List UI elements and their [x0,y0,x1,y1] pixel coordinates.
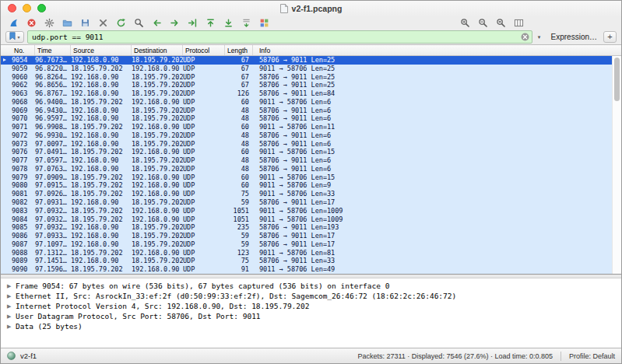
cell-protocol: UDP [183,240,225,249]
packet-row[interactable]: 908397.0932…18.195.79.202192.168.0.90UDP… [1,207,621,215]
cell-time: 97.0597… [35,156,71,165]
zoom-in-icon[interactable] [459,17,473,30]
capture-options-icon[interactable] [43,17,57,30]
start-capture-icon[interactable] [7,17,21,30]
cell-length: 60 [225,181,253,190]
packet-row[interactable]: 905996.8220…18.195.79.202192.168.0.90UDP… [1,65,621,73]
cell-time: 97.0932… [35,223,71,232]
column-header-source[interactable]: Source [71,45,132,55]
go-forward-icon[interactable] [168,17,182,30]
disclosure-triangle-icon[interactable]: ▶ [7,283,16,289]
cell-destination: 18.195.79.202 [132,240,183,249]
profile-label[interactable]: Profile: Default [569,352,615,360]
cell-length: 91 [225,265,253,274]
cell-info: 9011 → 58706 Len=15 [253,148,621,156]
minimize-button[interactable] [23,4,31,12]
detail-row[interactable]: ▶Internet Protocol Version 4, Src: 192.1… [1,301,621,311]
packet-row[interactable]: 907797.0597…192.168.0.9018.195.79.202UDP… [1,156,621,165]
detail-row[interactable]: ▶User Datagram Protocol, Src Port: 58706… [1,311,621,321]
packet-row[interactable]: 907096.9597…192.168.0.9018.195.79.202UDP… [1,114,621,123]
close-button[interactable] [8,4,16,12]
auto-scroll-icon[interactable] [240,17,254,30]
cell-destination: 192.168.0.90 [132,190,183,198]
disclosure-triangle-icon[interactable]: ▶ [7,324,16,330]
zoom-out-icon[interactable] [476,17,490,30]
disclosure-triangle-icon[interactable]: ▶ [7,293,16,299]
packet-row[interactable]: 908997.1451…192.168.0.9018.195.79.202UDP… [1,257,621,265]
cell-no: 9087 [12,240,35,249]
packet-row[interactable]: 906296.8656…192.168.0.9018.195.79.202UDP… [1,81,621,89]
packet-row[interactable]: 907296.9930…192.168.0.9018.195.79.202UDP… [1,131,621,140]
close-file-icon[interactable] [97,17,111,30]
cell-source: 18.195.79.202 [71,215,132,224]
cell-destination: 18.195.79.202 [132,156,183,165]
cell-length: 48 [225,114,253,123]
expression-button[interactable]: Expression… [551,33,597,41]
detail-row[interactable]: ▶Data (25 bytes) [1,321,621,331]
cell-no: 9083 [12,207,35,215]
disclosure-triangle-icon[interactable]: ▶ [7,313,16,320]
go-last-icon[interactable] [222,17,236,30]
zoom-normal-icon[interactable] [494,17,508,30]
cell-time: 96.7673… [35,56,71,65]
packet-row[interactable]: 907697.0491…18.195.79.202192.168.0.90UDP… [1,148,621,156]
packet-row[interactable]: 906396.8767…192.168.0.9018.195.79.202UDP… [1,89,621,98]
packet-row[interactable]: 907397.0097…192.168.0.9018.195.79.202UDP… [1,140,621,149]
cell-length: 75 [225,257,253,265]
vertical-scrollbar[interactable] [612,56,621,274]
disclosure-triangle-icon[interactable]: ▶ [7,303,16,310]
packet-row[interactable]: 908897.1312…18.195.79.202192.168.0.90UDP… [1,249,621,257]
open-file-icon[interactable] [61,17,75,30]
filter-bookmark-button[interactable]: ▾ [5,31,24,43]
packet-row[interactable]: 908697.0933…192.168.0.9018.195.79.202UDP… [1,232,621,240]
detail-text: Ethernet II, Src: AsrockIn_33:ef:2f (d0:… [16,292,456,300]
cell-no: 9070 [12,114,35,123]
filter-add-button[interactable]: + [603,31,617,43]
column-header-destination[interactable]: Destination [132,45,183,55]
column-header-time[interactable]: Time [35,45,71,55]
go-back-icon[interactable] [150,17,164,30]
packet-row[interactable]: 907196.9908…18.195.79.202192.168.0.90UDP… [1,123,621,131]
resize-columns-icon[interactable] [512,17,526,30]
find-packet-icon[interactable] [132,17,146,30]
go-to-packet-icon[interactable] [186,17,200,30]
column-header-no[interactable]: No. [12,45,35,55]
packet-row[interactable]: 906896.9400…18.195.79.202192.168.0.90UDP… [1,98,621,107]
packet-row[interactable]: 908197.0926…18.195.79.202192.168.0.90UDP… [1,190,621,198]
maximize-button[interactable] [37,4,46,12]
cell-no: 9080 [12,181,35,190]
packet-row[interactable]: 908097.0915…18.195.79.202192.168.0.90UDP… [1,181,621,190]
display-filter-input[interactable] [28,32,521,42]
cell-source: 18.195.79.202 [71,123,132,131]
packet-row[interactable]: 907997.0909…18.195.79.202192.168.0.90UDP… [1,173,621,182]
colorize-icon[interactable] [258,17,272,30]
filter-history-dropdown[interactable]: ▾ [535,34,544,40]
go-first-icon[interactable] [204,17,218,30]
column-header-length[interactable]: Length [225,45,253,55]
column-header-info[interactable]: Info [253,45,621,55]
cell-source: 18.195.79.202 [71,249,132,257]
cell-info: 58706 → 9011 Len=33 [253,257,621,265]
packet-row[interactable]: 908597.0932…192.168.0.9018.195.79.202UDP… [1,223,621,232]
cell-no: 9078 [12,165,35,173]
packet-row[interactable]: 905496.7673…192.168.0.9018.195.79.202UDP… [1,56,621,65]
packet-row[interactable]: 908297.0931…192.168.0.9018.195.79.202UDP… [1,198,621,207]
packet-row[interactable]: 906996.9430…192.168.0.9018.195.79.202UDP… [1,107,621,115]
column-header-protocol[interactable]: Protocol [183,45,225,55]
detail-row[interactable]: ▶Ethernet II, Src: AsrockIn_33:ef:2f (d0… [1,291,621,301]
filter-clear-icon[interactable] [521,33,529,41]
packet-row[interactable]: 908797.1097…192.168.0.9018.195.79.202UDP… [1,240,621,249]
scrollbar-thumb[interactable] [614,58,620,101]
reload-icon[interactable] [114,17,128,30]
stop-capture-icon[interactable] [25,17,39,30]
packet-row[interactable]: 906096.8264…192.168.0.9018.195.79.202UDP… [1,73,621,82]
detail-row[interactable]: ▶Frame 9054: 67 bytes on wire (536 bits)… [1,281,621,291]
expert-info-icon[interactable] [7,352,16,360]
packet-row[interactable]: 908497.0932…18.195.79.202192.168.0.90UDP… [1,215,621,224]
save-file-icon[interactable] [79,17,93,30]
packet-row[interactable]: 907897.0763…192.168.0.9018.195.79.202UDP… [1,165,621,173]
cell-time: 97.0932… [35,215,71,224]
cell-no: 9084 [12,215,35,224]
cell-length: 48 [225,156,253,165]
packet-row[interactable]: 909097.1596…18.195.79.202192.168.0.90UDP… [1,265,621,274]
